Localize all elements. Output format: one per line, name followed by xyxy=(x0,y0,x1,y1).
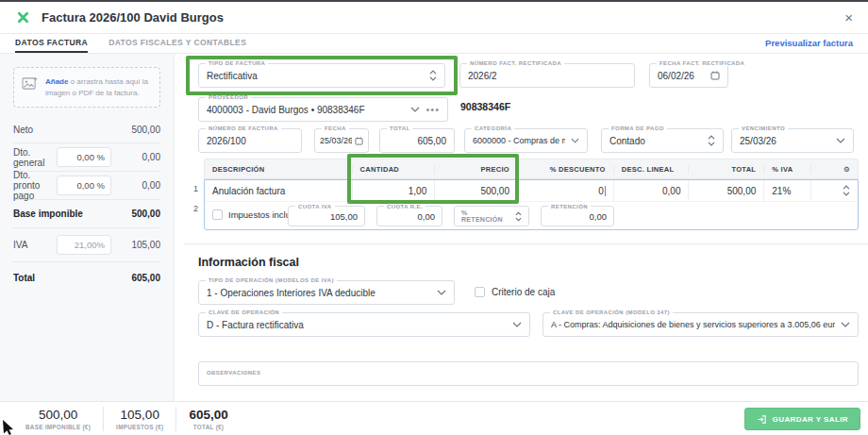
iva-stepper-icon[interactable] xyxy=(810,180,858,201)
chevron-down-icon xyxy=(437,290,446,295)
col-descuento: % DESCUENTO xyxy=(517,165,613,174)
calendar-icon xyxy=(355,137,363,145)
total-value: 605,00 xyxy=(121,273,160,283)
section-divider xyxy=(184,243,868,244)
sidebar-row-dto-pronto-pago: Dto. pronto pago 0,00 % 0,00 xyxy=(13,172,160,200)
footer-total: 605,00 TOTAL (€) xyxy=(176,408,240,430)
proveedor-value: 4000003 - David Burgos • 90838346F xyxy=(207,105,405,115)
clave-347-select[interactable]: CLAVE DE OPERACIÓN (MODELO 347) A - Comp… xyxy=(542,312,859,337)
dto-pronto-pago-input[interactable]: 0,00 % xyxy=(57,176,111,195)
line-row[interactable]: Anulación factura 1,00 500,00 0 0,00 500… xyxy=(205,180,858,201)
vencimiento-select[interactable]: VENCIMIENTO 25/03/26 xyxy=(731,128,854,153)
tipo-factura-value: Rectificativa xyxy=(207,71,424,81)
iva-value: 105,00 xyxy=(121,240,160,250)
stepper-icon xyxy=(515,211,522,222)
dto-pronto-pago-value: 0,00 xyxy=(121,180,160,191)
numero-factura-value: 2026/100 xyxy=(207,136,293,146)
line-detail-row: Impuestos incluídos CUOTA IVA 105,00 CUO… xyxy=(205,201,858,229)
numero-fact-rectificada-input[interactable]: NÚMERO FACT. RECTIFICADA 2026/2 xyxy=(459,63,635,88)
numero-factura-input[interactable]: NÚMERO DE FACTURA 2026/100 xyxy=(198,128,302,153)
descuento-cell[interactable]: 0 xyxy=(517,180,613,201)
chevron-down-icon xyxy=(836,138,845,143)
totals-sidebar: Añade o arrastra hasta aquí la imagen o … xyxy=(0,54,175,401)
upload-text: Añade o arrastra hasta aquí la imagen o … xyxy=(45,76,152,98)
col-iva: % IVA xyxy=(763,165,810,174)
cuota-iva-input[interactable]: CUOTA IVA 105,00 xyxy=(288,206,365,226)
col-cantidad: CANTIDAD xyxy=(352,165,435,174)
fiscal-section-heading: Información fiscal xyxy=(198,256,299,269)
tipo-operacion-value: 1 - Operaciones Interiores IVA deducible xyxy=(207,288,431,298)
col-total: TOTAL xyxy=(688,165,763,174)
brand-collapse-icon[interactable] xyxy=(15,10,30,25)
neto-value: 500,00 xyxy=(121,125,160,135)
sidebar-row-base-imponible: Base imponible 500,00 xyxy=(13,200,160,228)
image-upload-icon xyxy=(22,76,38,91)
fecha-fact-rectificada-input[interactable]: FECHA FACT. RECTIFICADA 06/02/26 xyxy=(649,63,728,88)
descripcion-cell[interactable]: Anulación factura xyxy=(205,180,352,201)
vencimiento-value: 25/03/26 xyxy=(740,136,830,146)
checkbox-icon xyxy=(212,209,223,220)
iva-rate-input[interactable]: 21,00% xyxy=(57,235,111,255)
chevron-down-icon xyxy=(512,322,522,327)
sidebar-row-neto: Neto 500,00 xyxy=(13,117,160,143)
clave-operacion-select[interactable]: CLAVE DE OPERACIÓN D - Factura rectifica… xyxy=(198,312,530,337)
proveedor-nif-text: 90838346F xyxy=(460,101,510,112)
fecha-input[interactable]: FECHA 25/03/26 xyxy=(314,128,369,153)
text-cursor xyxy=(605,186,606,196)
row-number-2: 2 xyxy=(193,204,198,213)
observaciones-textarea[interactable]: OBSERVACIONES xyxy=(198,361,859,386)
more-options-icon[interactable]: ••• xyxy=(426,104,440,115)
stepper-icon xyxy=(429,70,437,81)
topbar: Factura 2026/100 David Burgos × xyxy=(0,2,868,34)
forma-pago-select[interactable]: FORMA DE PAGO Contado xyxy=(601,128,724,153)
col-desc-lineal: DESC. LINEAL xyxy=(613,165,689,174)
retencion-pct-select[interactable]: % RETENCIÓN xyxy=(454,206,529,226)
save-and-exit-button[interactable]: GUARDAR Y SALIR xyxy=(744,408,860,430)
proveedor-select[interactable]: PROVEEDOR 4000003 - David Burgos • 90838… xyxy=(198,97,448,122)
categoria-value: 6000000 - Compras de mercaderi xyxy=(473,136,565,145)
total-input[interactable]: TOTAL 605,00 xyxy=(379,128,455,153)
criterio-caja-checkbox[interactable]: Criterio de caja xyxy=(475,287,555,297)
categoria-select[interactable]: CATEGORÍA 6000000 - Compras de mercaderi xyxy=(464,128,588,153)
close-icon[interactable]: × xyxy=(844,10,853,25)
footer-impuestos: 105,00 IMPUESTOS (€) xyxy=(104,408,175,430)
iva-cell[interactable]: 21% xyxy=(763,180,810,201)
cantidad-cell[interactable]: 1,00 xyxy=(352,180,435,201)
tipo-operacion-select[interactable]: TIPO DE OPERACIÓN (MODELOS DE IVA) 1 - O… xyxy=(198,280,455,305)
total-field-value: 605,00 xyxy=(388,136,446,146)
chevron-down-icon xyxy=(410,107,420,112)
retencion-input[interactable]: RETENCIÓN 0,00 xyxy=(541,206,614,226)
line-settings-gear-icon[interactable]: ⚙ xyxy=(810,165,858,174)
tab-datos-fiscales[interactable]: DATOS FISCALES Y CONTABLES xyxy=(108,38,246,53)
fecha-fact-rectificada-value: 06/02/26 xyxy=(658,71,705,81)
sidebar-row-iva: IVA 21,00% 105,00 xyxy=(13,228,160,262)
total-cell[interactable]: 500,00 xyxy=(688,180,763,201)
clave-operacion-value: D - Factura rectificativa xyxy=(207,320,507,330)
upload-add-link[interactable]: Añade xyxy=(45,77,68,86)
tabbar: DATOS FACTURA DATOS FISCALES Y CONTABLES… xyxy=(0,34,868,54)
footer-bar: 500,00 BASE IMPONIBLE (€) 105,00 IMPUEST… xyxy=(0,401,868,435)
line-items-table: DESCRIPCIÓN CANTIDAD PRECIO % DESCUENTO … xyxy=(204,159,859,230)
footer-base-imponible: 500,00 BASE IMPONIBLE (€) xyxy=(13,408,103,430)
cuota-re-input[interactable]: CUOTA R.E. 0,00 xyxy=(376,206,442,226)
clave-347-value: A - Compras: Adquisiciones de bienes y s… xyxy=(551,320,835,329)
desc-lineal-cell[interactable]: 0,00 xyxy=(613,180,689,201)
sidebar-row-dto-general: Dto. general 0,00 % 0,00 xyxy=(13,143,160,172)
chevron-down-icon xyxy=(841,322,850,327)
invoice-form: TIPO DE FACTURA Rectificativa NÚMERO FAC… xyxy=(175,54,868,401)
tipo-factura-select[interactable]: TIPO DE FACTURA Rectificativa xyxy=(198,63,445,88)
checkbox-icon xyxy=(475,287,485,297)
dto-general-input[interactable]: 0,00 % xyxy=(57,147,111,167)
line-row-group: Anulación factura 1,00 500,00 0 0,00 500… xyxy=(204,179,859,230)
upload-dropzone[interactable]: Añade o arrastra hasta aquí la imagen o … xyxy=(13,67,160,108)
cuota-re-value: 0,00 xyxy=(384,211,435,222)
preview-invoice-link[interactable]: Previsualizar factura xyxy=(765,38,853,53)
numero-fact-rectificada-value: 2026/2 xyxy=(468,71,626,81)
chevron-down-icon xyxy=(571,138,579,143)
tab-datos-factura[interactable]: DATOS FACTURA xyxy=(15,38,88,53)
retencion-value: 0,00 xyxy=(548,211,607,222)
col-precio: PRECIO xyxy=(434,165,517,174)
page-title: Factura 2026/100 David Burgos xyxy=(42,10,224,25)
cuota-iva-value: 105,00 xyxy=(295,211,358,222)
precio-cell[interactable]: 500,00 xyxy=(434,180,517,201)
